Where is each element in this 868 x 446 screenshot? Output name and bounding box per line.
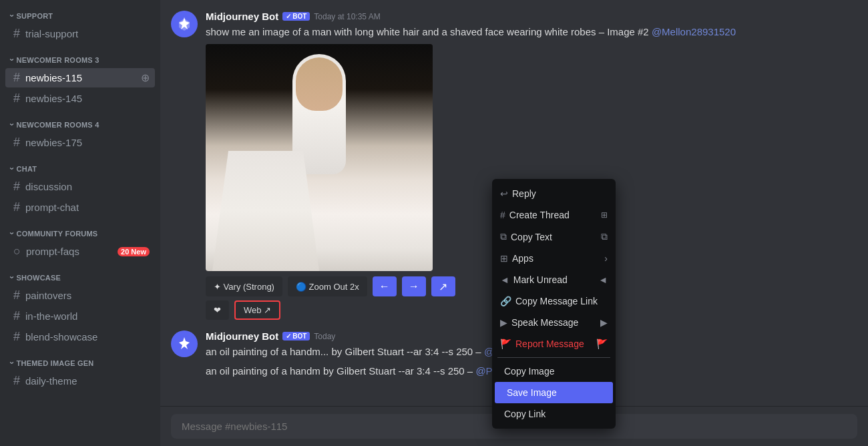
section-community-forums[interactable]: COMMUNITY FORUMS xyxy=(0,218,160,241)
hash-icon: # xyxy=(13,309,20,323)
menu-divider xyxy=(497,357,610,358)
thread-icon: # xyxy=(500,210,505,220)
message-image[interactable] xyxy=(206,44,433,271)
hash-icon: # xyxy=(13,136,20,150)
timestamp: Today at 10:35 AM xyxy=(314,12,380,21)
second-username: Midjourney Bot xyxy=(206,330,278,342)
hash-icon: ○ xyxy=(13,244,21,258)
sidebar-item-discussion[interactable]: # discussion xyxy=(5,177,155,196)
verified-icon: ✓ xyxy=(286,13,291,20)
menu-item-mark-unread[interactable]: ◄ Mark Unread ◄ xyxy=(492,269,616,290)
section-chat[interactable]: CHAT xyxy=(0,153,160,176)
second-bot-tag: ✓ BOT xyxy=(282,332,310,341)
menu-item-copy-text[interactable]: ⧉ Copy Text ⧉ xyxy=(492,226,616,248)
sidebar-item-prompt-chat[interactable]: # prompt-chat xyxy=(5,198,155,217)
flag-red-icon: 🚩 xyxy=(596,339,608,349)
menu-item-create-thread[interactable]: # Create Thread ⊞ xyxy=(492,204,616,226)
copy-icon: ⧉ xyxy=(500,231,507,242)
section-showcase[interactable]: SHOWCASE xyxy=(0,262,160,285)
hash-icon: # xyxy=(13,288,20,302)
hash-icon: # xyxy=(13,180,20,194)
message-header: Midjourney Bot ✓ BOT Today at 10:35 AM xyxy=(206,11,857,22)
arrow-upright-button[interactable]: ↗ xyxy=(431,276,455,296)
second-timestamp: Today xyxy=(314,332,335,341)
main-content: Midjourney Bot ✓ BOT Today at 10:35 AM s… xyxy=(160,0,868,446)
speak-arrow-icon: ▶ xyxy=(600,317,608,328)
link-icon: 🔗 xyxy=(500,296,511,306)
mark-unread-icon: ◄ xyxy=(500,274,509,285)
menu-item-save-image[interactable]: Save Image xyxy=(495,382,613,403)
sidebar: SUPPORT # trial-support NEWCOMER ROOMS 3… xyxy=(0,0,160,446)
menu-item-reply[interactable]: ↩ Reply xyxy=(492,183,616,204)
username: Midjourney Bot xyxy=(206,11,278,22)
avatar xyxy=(171,11,198,37)
thread-hash-icon: ⊞ xyxy=(601,210,608,220)
hash-icon: # xyxy=(13,200,20,214)
figure-head xyxy=(296,57,343,111)
copy-text-icon: ⧉ xyxy=(601,231,608,242)
menu-item-copy-message-link[interactable]: 🔗 Copy Message Link xyxy=(492,290,616,312)
apps-icon: ⊞ xyxy=(500,253,508,264)
sidebar-item-newbies-175[interactable]: # newbies-175 xyxy=(5,133,155,152)
sidebar-item-daily-theme[interactable]: # daily-theme xyxy=(5,371,155,391)
avatar xyxy=(171,330,198,357)
mention: @Mellon28931520 xyxy=(652,26,736,37)
section-newcomer-3[interactable]: NEWCOMER ROOMS 3 xyxy=(0,44,160,67)
zoom-out-button[interactable]: 🔵 Zoom Out 2x xyxy=(288,276,367,296)
hash-icon: # xyxy=(13,374,20,388)
sidebar-item-newbies-115[interactable]: # newbies-115 ⊕ xyxy=(5,68,155,87)
arrow-right-button[interactable]: → xyxy=(402,276,426,296)
image-figure xyxy=(206,44,433,271)
menu-item-copy-link[interactable]: Copy Link xyxy=(492,403,616,425)
sidebar-item-prompt-faqs[interactable]: ○ prompt-faqs 20 New xyxy=(5,242,155,261)
hash-icon: # xyxy=(13,27,20,41)
web-button[interactable]: Web ↗ xyxy=(234,300,280,320)
arrow-left-button[interactable]: ← xyxy=(373,276,397,296)
reply-icon: ↩ xyxy=(500,188,508,199)
hash-icon: # xyxy=(13,71,20,85)
heart-button[interactable]: ❤ xyxy=(206,300,229,320)
sidebar-item-blend-showcase[interactable]: # blend-showcase xyxy=(5,327,155,347)
section-newcomer-4[interactable]: NEWCOMER ROOMS 4 xyxy=(0,109,160,132)
menu-item-report-message[interactable]: 🚩 Report Message 🚩 xyxy=(492,333,616,355)
sidebar-item-newbies-145[interactable]: # newbies-145 xyxy=(5,89,155,108)
unread-badge: 20 New xyxy=(118,247,150,256)
hash-icon: # xyxy=(13,91,20,105)
speak-icon: ▶ xyxy=(500,317,507,328)
bot-tag: ✓ BOT xyxy=(282,12,310,21)
section-support[interactable]: SUPPORT xyxy=(0,0,160,23)
hash-icon: # xyxy=(13,330,20,344)
figure-robe xyxy=(212,151,319,271)
menu-item-speak-message[interactable]: ▶ Speak Message ▶ xyxy=(492,312,616,333)
vary-strong-button[interactable]: ✦ Vary (Strong) xyxy=(206,276,282,296)
verified-icon: ✓ xyxy=(286,332,291,340)
sidebar-item-trial-support[interactable]: # trial-support xyxy=(5,24,155,43)
section-themed-image-gen[interactable]: THEMED IMAGE GEN xyxy=(0,347,160,371)
add-member-icon[interactable]: ⊕ xyxy=(141,71,150,84)
menu-item-apps[interactable]: ⊞ Apps › xyxy=(492,248,616,269)
message-text: show me an image of a man with long whit… xyxy=(206,25,857,39)
flag-icon: ◄ xyxy=(598,274,608,285)
sidebar-item-in-the-world[interactable]: # in-the-world xyxy=(5,306,155,326)
menu-item-copy-image[interactable]: Copy Image xyxy=(492,361,616,382)
context-menu: ↩ Reply # Create Thread ⊞ ⧉ Copy Text ⧉ … xyxy=(492,179,616,429)
report-icon: 🚩 xyxy=(500,339,511,349)
sidebar-item-paintovers[interactable]: # paintovers xyxy=(5,286,155,305)
submenu-arrow-icon: › xyxy=(604,253,608,264)
